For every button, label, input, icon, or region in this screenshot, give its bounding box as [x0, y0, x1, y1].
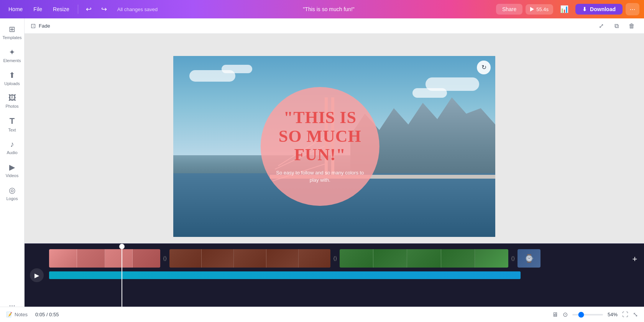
- notes-label: Notes: [15, 312, 28, 317]
- resize-button[interactable]: Resize: [49, 5, 73, 14]
- notes-button[interactable]: 📝 Notes: [6, 312, 28, 317]
- download-icon: ⬇: [582, 6, 587, 12]
- clip-connector-3: ⟨⟩: [508, 249, 518, 268]
- add-scene-icon: +: [632, 254, 637, 264]
- audio-icon: ♪: [10, 140, 14, 149]
- play-icon: ▶: [34, 272, 39, 279]
- canvas-wrapper[interactable]: "THIS IS SO MUCH FUN!" So easy to follow…: [173, 56, 495, 237]
- monitor-icon-button[interactable]: 🖥: [552, 311, 558, 318]
- home-button[interactable]: Home: [5, 5, 26, 14]
- sidebar-item-photos[interactable]: 🖼 Photos: [2, 90, 23, 112]
- transition-bar: ⊡ Fade ⤢ ⧉ 🗑: [25, 18, 644, 34]
- footer-right: 🖥 ⊙ 54% ⛶ ⤡: [552, 311, 638, 318]
- download-label: Download: [590, 6, 616, 12]
- sidebar-item-videos-label: Videos: [6, 173, 18, 178]
- sidebar-item-text[interactable]: T Text: [2, 113, 23, 135]
- timeline-tracks: ⟨⟩ ⟨⟩: [49, 244, 644, 307]
- refresh-button[interactable]: ↻: [477, 61, 491, 74]
- refresh-icon: ↻: [481, 64, 486, 71]
- elements-icon: ✦: [9, 48, 15, 57]
- topbar: Home File Resize ↩ ↪ All changes saved "…: [0, 0, 644, 18]
- sidebar-item-photos-label: Photos: [5, 104, 18, 108]
- clip-connector-1: ⟨⟩: [160, 249, 169, 268]
- templates-icon: ⊞: [9, 25, 15, 34]
- sidebar: ⊞ Templates ✦ Elements ⬆ Uploads 🖼 Photo…: [0, 18, 25, 322]
- play-button[interactable]: ▶: [30, 268, 44, 282]
- uploads-icon: ⬆: [9, 71, 15, 80]
- sidebar-item-logos[interactable]: ◎ Logos: [2, 182, 23, 204]
- sidebar-item-audio-label: Audio: [7, 150, 17, 155]
- clip-segment-3[interactable]: [340, 249, 508, 268]
- expand-view-button[interactable]: ⤡: [633, 311, 638, 318]
- audio-waveform: for(let i=0;i<246;i++){ const h = 4 + Ma…: [49, 271, 521, 279]
- add-scene-button[interactable]: +: [629, 253, 641, 265]
- share-button[interactable]: Share: [496, 4, 522, 15]
- main-subtext: So easy to follow and so many colors to …: [276, 169, 364, 184]
- clip-connector-2: ⟨⟩: [330, 249, 340, 268]
- duration-label: 55.4s: [536, 7, 549, 12]
- expand-button[interactable]: ⤢: [595, 20, 607, 32]
- time-display: 0:05 / 0:55: [35, 312, 59, 317]
- sidebar-item-audio[interactable]: ♪ Audio: [2, 137, 23, 158]
- sidebar-item-elements[interactable]: ✦ Elements: [2, 44, 23, 66]
- fit-icon-button[interactable]: ⊙: [563, 311, 568, 318]
- transition-actions: ⤢ ⧉ 🗑: [595, 20, 638, 32]
- fullscreen-button[interactable]: ⛶: [622, 311, 628, 318]
- more-options-button[interactable]: ···: [626, 3, 639, 15]
- fit-icon: ⊙: [563, 311, 568, 318]
- footer-bar: 📝 Notes 0:05 / 0:55 🖥 ⊙ 54% ⛶ ⤡: [0, 307, 644, 322]
- scrubber-head: [119, 244, 125, 249]
- redo-icon: ↪: [101, 5, 107, 13]
- sidebar-item-templates-label: Templates: [2, 35, 21, 40]
- sidebar-item-uploads-label: Uploads: [4, 81, 20, 86]
- clip-segment-1[interactable]: [49, 249, 160, 268]
- redo-button[interactable]: ↪: [98, 3, 110, 15]
- zoom-slider[interactable]: [572, 314, 603, 315]
- duration-button[interactable]: 55.4s: [526, 4, 553, 15]
- clip-segment-4[interactable]: ⌚: [518, 249, 540, 268]
- fullscreen-icon: ⛶: [622, 311, 628, 318]
- play-triangle-icon: [530, 7, 534, 12]
- expand-view-icon: ⤡: [633, 311, 638, 318]
- sidebar-item-templates[interactable]: ⊞ Templates: [2, 21, 23, 43]
- delete-button[interactable]: 🗑: [626, 20, 638, 32]
- scrubber-line: [122, 244, 122, 307]
- topbar-right: Share 55.4s 📊 ⬇ Download ···: [496, 3, 639, 16]
- zoom-level: 54%: [608, 312, 618, 317]
- main-text-overlay[interactable]: "THIS IS SO MUCH FUN!" So easy to follow…: [261, 87, 380, 206]
- cloud-2: [222, 65, 252, 73]
- nav-divider: [78, 5, 78, 14]
- copy-icon: ⧉: [614, 23, 619, 30]
- photos-icon: 🖼: [8, 94, 16, 102]
- copy-button[interactable]: ⧉: [610, 20, 623, 32]
- sidebar-item-logos-label: Logos: [7, 196, 18, 201]
- more-icon: ···: [629, 5, 635, 13]
- main-heading: "THIS IS SO MUCH FUN!": [276, 108, 364, 164]
- svg-rect-0: [49, 271, 521, 279]
- fade-icon: ⊡: [31, 22, 36, 30]
- expand-icon: ⤢: [599, 22, 604, 30]
- videos-icon: ▶: [9, 163, 15, 172]
- autosave-status: All changes saved: [113, 5, 162, 14]
- timeline-controls: ▶: [25, 244, 49, 307]
- file-button[interactable]: File: [30, 5, 46, 14]
- download-button[interactable]: ⬇ Download: [575, 4, 623, 15]
- cloud-4: [412, 88, 447, 98]
- sidebar-item-elements-label: Elements: [3, 58, 21, 63]
- sidebar-item-text-label: Text: [8, 128, 16, 132]
- undo-button[interactable]: ↩: [83, 3, 95, 15]
- clip-segment-2[interactable]: [169, 249, 330, 268]
- trash-icon: 🗑: [629, 23, 635, 30]
- logos-icon: ◎: [9, 186, 15, 195]
- canvas-background: "THIS IS SO MUCH FUN!" So easy to follow…: [173, 56, 495, 237]
- audio-track[interactable]: for(let i=0;i<246;i++){ const h = 4 + Ma…: [49, 271, 521, 279]
- transition-label: Fade: [39, 23, 50, 29]
- stats-button[interactable]: 📊: [556, 3, 572, 16]
- text-icon: T: [10, 116, 15, 126]
- document-title: "This is so much fun!": [164, 6, 493, 12]
- timeline: ▶ ⟨⟩: [25, 243, 644, 307]
- sidebar-item-videos[interactable]: ▶ Videos: [2, 159, 23, 181]
- monitor-icon: 🖥: [552, 311, 558, 318]
- sidebar-item-uploads[interactable]: ⬆ Uploads: [2, 67, 23, 89]
- canvas-area: "THIS IS SO MUCH FUN!" So easy to follow…: [25, 34, 644, 259]
